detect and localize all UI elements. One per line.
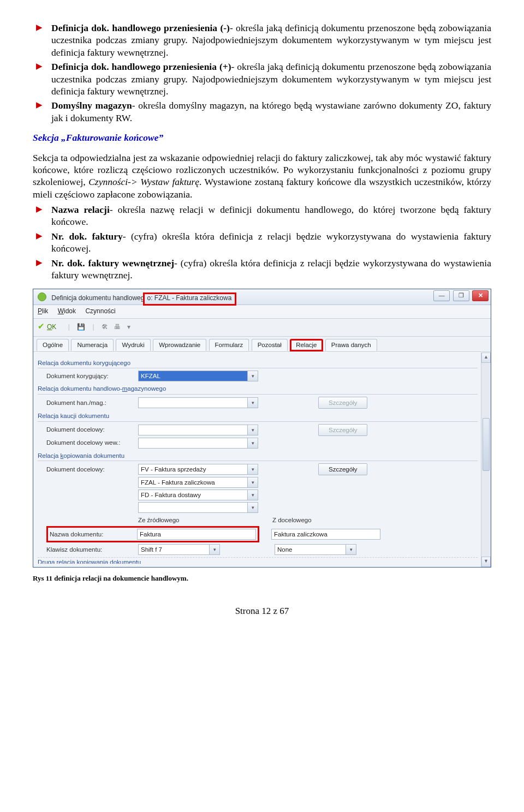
bullet-term: Nr. dok. faktury	[51, 231, 123, 242]
group-druga-relacja: Druga relacja kopiowania dokumentu	[38, 557, 478, 564]
chevron-down-icon[interactable]: ▾	[247, 503, 258, 512]
ok-button[interactable]: OK	[38, 321, 56, 331]
chevron-down-icon[interactable]: ▾	[247, 398, 258, 408]
maximize-button[interactable]: ❐	[453, 290, 469, 301]
menubar: Plik Widok Czynności	[33, 305, 491, 318]
label-docelowy-wew: Dokument docelowy wew.:	[46, 439, 138, 447]
separator-icon: |	[68, 323, 70, 331]
window-frame: Definicja dokumentu handlowego: FZAL - F…	[33, 289, 491, 568]
separator-icon: |	[93, 323, 94, 331]
close-button[interactable]: ✕	[472, 290, 489, 301]
label-korygujacy: Dokument korygujący:	[46, 372, 138, 380]
tab-formularz[interactable]: Formularz	[209, 339, 249, 351]
tab-relacje[interactable]: Relacje	[290, 339, 323, 351]
combo-docelowy[interactable]: ▾	[138, 425, 258, 435]
input-nazwa-zrodlowe[interactable]	[137, 529, 256, 540]
chevron-down-icon[interactable]: ▾	[247, 464, 258, 474]
bullet-item: Nazwa relacji- określa nazwę relacji w d…	[51, 204, 491, 228]
input-docelowy-wew[interactable]	[138, 438, 258, 449]
input-nazwa-docelowe[interactable]	[271, 529, 380, 540]
combo-docelowy-wew[interactable]: ▾	[138, 438, 258, 449]
window-title-highlight: o: FZAL - Faktura zaliczkowa	[143, 292, 236, 305]
input-docelowy2-3[interactable]	[138, 489, 258, 500]
label-docelowy: Dokument docelowy:	[46, 426, 138, 434]
form-area: ▲ ▼ Relacja dokumentu korygującego Dokum…	[33, 352, 491, 568]
group-kopiowanie: Relacja kopiowania dokumentu	[38, 452, 478, 462]
combo-docelowy2-1[interactable]: ▾	[138, 464, 258, 475]
scroll-down-icon[interactable]: ▼	[481, 557, 491, 567]
wrench-icon[interactable]: 🛠	[102, 323, 108, 331]
tab-wydruki[interactable]: Wydruki	[116, 339, 150, 351]
bullet-term: Domyślny magazyn	[51, 100, 132, 111]
col-header-docelowe: Z docelowego	[272, 516, 312, 524]
menu-czynnosci[interactable]: Czynności	[85, 307, 115, 315]
chevron-down-icon[interactable]: ▾	[346, 545, 356, 554]
label-klawisz: Klawisz dokumentu:	[46, 546, 138, 554]
chevron-down-icon[interactable]: ▾	[247, 438, 258, 448]
label-docelowy2: Dokument docelowy:	[46, 465, 138, 474]
btn-szczegoly-hanmag[interactable]: Szczegóły	[318, 397, 367, 409]
input-klawisz-a[interactable]	[138, 544, 220, 555]
group-han-mag: Relacja dokumentu handlowo-magazynowego	[38, 385, 478, 395]
group-kaucja: Relacja kaucji dokumentu	[38, 412, 478, 422]
app-icon	[38, 292, 46, 301]
input-docelowy2-4[interactable]	[138, 502, 258, 513]
scrollbar[interactable]: ▲ ▼	[481, 353, 491, 568]
bullet-item: Nr. dok. faktury- (cyfra) określa która …	[51, 230, 491, 255]
input-korygujacy[interactable]	[138, 371, 258, 381]
btn-szczegoly-kopiowanie[interactable]: Szczegóły	[318, 463, 367, 475]
group-korygujacy: Relacja dokumentu korygującego	[38, 359, 478, 369]
menu-plik[interactable]: Plik	[38, 307, 48, 315]
label-han-mag: Dokument han./mag.:	[46, 399, 138, 407]
combo-docelowy2-4[interactable]: ▾	[138, 502, 258, 513]
nazwa-dok-highlight: Nazwa dokumentu:	[46, 526, 259, 542]
chevron-down-icon[interactable]: ▾	[247, 371, 258, 381]
tab-strip: Ogólne Numeracja Wydruki Wprowadzanie Fo…	[33, 337, 491, 352]
tab-wprowadzanie[interactable]: Wprowadzanie	[153, 339, 206, 351]
titlebar: Definicja dokumentu handlowego: FZAL - F…	[33, 289, 491, 305]
tab-pozostale[interactable]: Pozostał	[252, 339, 288, 351]
input-docelowy2-2[interactable]	[138, 477, 258, 488]
tab-ogolne[interactable]: Ogólne	[37, 339, 69, 351]
para-italic: Czynności-> Wystaw fakturę	[88, 176, 199, 187]
minimize-button[interactable]: —	[433, 290, 450, 301]
figure-caption: Rys 11 definicja relacji na dokumencie h…	[33, 574, 491, 583]
col-header-zrodlowe: Ze źródłowego	[138, 516, 263, 524]
bullet-term: Nr. dok. faktury wewnętrznej	[51, 258, 174, 268]
tab-numeracja[interactable]: Numeracja	[71, 339, 114, 351]
bullet-text: - określa nazwę relacji w definicji doku…	[51, 204, 491, 227]
input-docelowy[interactable]	[138, 425, 258, 435]
btn-szczegoly-kaucja[interactable]: Szczegóły	[318, 424, 367, 436]
bullet-term: Nazwa relacji	[51, 204, 110, 215]
chevron-down-icon[interactable]: ▾	[209, 545, 219, 554]
toolbar: OK | 💾 | 🛠 🖶 ▾	[33, 319, 491, 337]
save-icon[interactable]: 💾	[77, 323, 85, 331]
page-number: Strona 12 z 67	[33, 605, 491, 617]
combo-docelowy2-2[interactable]: ▾	[138, 477, 258, 488]
label-nazwa-dok: Nazwa dokumentu:	[50, 530, 137, 539]
menu-widok[interactable]: Widok	[58, 307, 76, 315]
tab-prawa-danych[interactable]: Prawa danych	[325, 339, 377, 351]
combo-korygujacy[interactable]: ▾	[138, 371, 258, 381]
combo-docelowy2-3[interactable]: ▾	[138, 489, 258, 500]
combo-klawisz-b[interactable]: ▾	[275, 544, 356, 555]
combo-han-mag[interactable]: ▾	[138, 397, 258, 408]
print-icon[interactable]: 🖶	[114, 323, 121, 331]
paragraph: Sekcja ta odpowiedzialna jest za wskazan…	[33, 152, 491, 201]
bullet-item: Definicja dok. handlowego przeniesienia …	[51, 22, 491, 58]
chevron-down-icon[interactable]: ▾	[247, 490, 258, 500]
input-klawisz-b[interactable]	[275, 544, 356, 555]
window-title-prefix: Definicja dokumentu handloweg	[51, 294, 144, 302]
scroll-up-icon[interactable]: ▲	[481, 353, 491, 363]
section-title: Sekcja „Fakturowanie końcowe”	[33, 132, 491, 144]
input-han-mag[interactable]	[138, 397, 258, 408]
options-icon[interactable]: ▾	[127, 323, 130, 331]
chevron-down-icon[interactable]: ▾	[247, 477, 258, 487]
input-docelowy2-1[interactable]	[138, 464, 258, 475]
bullet-list-2: Nazwa relacji- określa nazwę relacji w d…	[33, 204, 491, 281]
combo-klawisz-a[interactable]: ▾	[138, 544, 220, 555]
chevron-down-icon[interactable]: ▾	[247, 425, 258, 435]
scroll-thumb[interactable]	[483, 418, 490, 471]
bullet-list-1: Definicja dok. handlowego przeniesienia …	[33, 22, 491, 124]
bullet-term: Definicja dok. handlowego przeniesienia …	[51, 22, 230, 33]
